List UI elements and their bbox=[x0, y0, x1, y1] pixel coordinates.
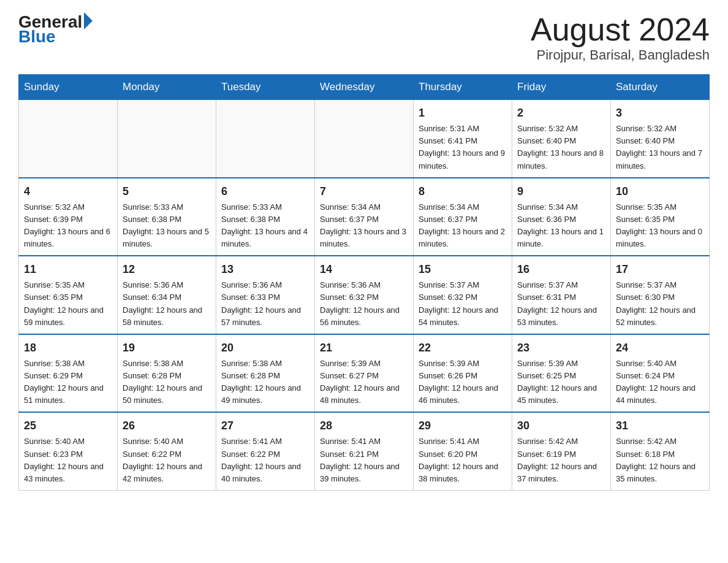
calendar-week-4: 18Sunrise: 5:38 AMSunset: 6:29 PMDayligh… bbox=[19, 334, 710, 413]
day-number: 8 bbox=[419, 183, 507, 200]
day-info: Sunrise: 5:41 AMSunset: 6:22 PMDaylight:… bbox=[221, 435, 309, 485]
calendar-cell: 15Sunrise: 5:37 AMSunset: 6:32 PMDayligh… bbox=[414, 256, 512, 334]
day-info: Sunrise: 5:34 AMSunset: 6:37 PMDaylight:… bbox=[419, 201, 507, 251]
logo-blue: Blue bbox=[18, 27, 56, 47]
calendar-week-2: 4Sunrise: 5:32 AMSunset: 6:39 PMDaylight… bbox=[19, 178, 710, 256]
day-number: 9 bbox=[517, 183, 605, 200]
calendar-cell bbox=[216, 100, 315, 178]
day-number: 25 bbox=[24, 418, 112, 434]
day-number: 7 bbox=[320, 183, 408, 200]
day-info: Sunrise: 5:39 AMSunset: 6:25 PMDaylight:… bbox=[517, 358, 605, 407]
calendar-cell: 24Sunrise: 5:40 AMSunset: 6:24 PMDayligh… bbox=[611, 334, 710, 413]
calendar-header-wednesday: Wednesday bbox=[315, 75, 414, 100]
day-info: Sunrise: 5:32 AMSunset: 6:40 PMDaylight:… bbox=[517, 123, 605, 172]
day-info: Sunrise: 5:38 AMSunset: 6:28 PMDaylight:… bbox=[123, 358, 211, 407]
calendar-table: SundayMondayTuesdayWednesdayThursdayFrid… bbox=[18, 74, 710, 491]
calendar-cell: 5Sunrise: 5:33 AMSunset: 6:38 PMDaylight… bbox=[118, 178, 216, 256]
day-number: 28 bbox=[320, 418, 408, 434]
day-info: Sunrise: 5:37 AMSunset: 6:30 PMDaylight:… bbox=[616, 279, 704, 329]
calendar-cell: 26Sunrise: 5:40 AMSunset: 6:22 PMDayligh… bbox=[118, 412, 216, 490]
day-number: 3 bbox=[616, 105, 704, 121]
calendar-header-monday: Monday bbox=[118, 75, 216, 100]
title-area: August 2024 Pirojpur, Barisal, Banglades… bbox=[531, 12, 710, 63]
calendar-cell: 19Sunrise: 5:38 AMSunset: 6:28 PMDayligh… bbox=[118, 334, 216, 413]
day-info: Sunrise: 5:36 AMSunset: 6:33 PMDaylight:… bbox=[221, 279, 309, 329]
day-info: Sunrise: 5:38 AMSunset: 6:28 PMDaylight:… bbox=[221, 358, 309, 407]
day-info: Sunrise: 5:40 AMSunset: 6:23 PMDaylight:… bbox=[24, 435, 112, 485]
day-info: Sunrise: 5:42 AMSunset: 6:19 PMDaylight:… bbox=[517, 435, 605, 485]
day-number: 26 bbox=[123, 418, 211, 434]
day-number: 29 bbox=[419, 418, 507, 434]
calendar-cell: 17Sunrise: 5:37 AMSunset: 6:30 PMDayligh… bbox=[611, 256, 710, 334]
page-title: August 2024 bbox=[531, 12, 710, 47]
day-number: 22 bbox=[419, 340, 507, 356]
calendar-header-sunday: Sunday bbox=[19, 75, 118, 100]
calendar-week-5: 25Sunrise: 5:40 AMSunset: 6:23 PMDayligh… bbox=[19, 412, 710, 490]
day-number: 6 bbox=[221, 183, 309, 200]
day-number: 31 bbox=[616, 418, 704, 434]
day-info: Sunrise: 5:36 AMSunset: 6:34 PMDaylight:… bbox=[123, 279, 211, 329]
calendar-cell: 3Sunrise: 5:32 AMSunset: 6:40 PMDaylight… bbox=[611, 100, 710, 178]
calendar-week-1: 1Sunrise: 5:31 AMSunset: 6:41 PMDaylight… bbox=[19, 100, 710, 178]
day-number: 18 bbox=[24, 340, 112, 356]
day-number: 24 bbox=[616, 340, 704, 356]
calendar-header-saturday: Saturday bbox=[611, 75, 710, 100]
calendar-cell: 29Sunrise: 5:41 AMSunset: 6:20 PMDayligh… bbox=[414, 412, 512, 490]
logo: General Blue bbox=[18, 12, 93, 47]
page-header: General Blue August 2024 Pirojpur, Baris… bbox=[18, 12, 710, 63]
calendar-header-friday: Friday bbox=[512, 75, 611, 100]
calendar-cell: 9Sunrise: 5:34 AMSunset: 6:36 PMDaylight… bbox=[512, 178, 611, 256]
day-info: Sunrise: 5:39 AMSunset: 6:26 PMDaylight:… bbox=[419, 358, 507, 407]
calendar-cell: 23Sunrise: 5:39 AMSunset: 6:25 PMDayligh… bbox=[512, 334, 611, 413]
calendar-cell: 16Sunrise: 5:37 AMSunset: 6:31 PMDayligh… bbox=[512, 256, 611, 334]
day-info: Sunrise: 5:39 AMSunset: 6:27 PMDaylight:… bbox=[320, 358, 408, 407]
day-number: 20 bbox=[221, 340, 309, 356]
calendar-cell: 18Sunrise: 5:38 AMSunset: 6:29 PMDayligh… bbox=[19, 334, 118, 413]
calendar-cell: 8Sunrise: 5:34 AMSunset: 6:37 PMDaylight… bbox=[414, 178, 512, 256]
day-info: Sunrise: 5:31 AMSunset: 6:41 PMDaylight:… bbox=[419, 123, 507, 172]
day-number: 4 bbox=[24, 183, 112, 200]
day-info: Sunrise: 5:41 AMSunset: 6:20 PMDaylight:… bbox=[419, 435, 507, 485]
day-info: Sunrise: 5:40 AMSunset: 6:24 PMDaylight:… bbox=[616, 358, 704, 407]
calendar-cell: 31Sunrise: 5:42 AMSunset: 6:18 PMDayligh… bbox=[611, 412, 710, 490]
day-info: Sunrise: 5:34 AMSunset: 6:37 PMDaylight:… bbox=[320, 201, 408, 251]
page-subtitle: Pirojpur, Barisal, Bangladesh bbox=[531, 47, 710, 63]
calendar-cell: 22Sunrise: 5:39 AMSunset: 6:26 PMDayligh… bbox=[414, 334, 512, 413]
day-info: Sunrise: 5:40 AMSunset: 6:22 PMDaylight:… bbox=[123, 435, 211, 485]
calendar-week-3: 11Sunrise: 5:35 AMSunset: 6:35 PMDayligh… bbox=[19, 256, 710, 334]
day-number: 5 bbox=[123, 183, 211, 200]
day-number: 16 bbox=[517, 261, 605, 278]
day-info: Sunrise: 5:36 AMSunset: 6:32 PMDaylight:… bbox=[320, 279, 408, 329]
day-info: Sunrise: 5:37 AMSunset: 6:31 PMDaylight:… bbox=[517, 279, 605, 329]
day-number: 11 bbox=[24, 261, 112, 278]
day-info: Sunrise: 5:34 AMSunset: 6:36 PMDaylight:… bbox=[517, 201, 605, 251]
day-number: 21 bbox=[320, 340, 408, 356]
calendar-cell: 10Sunrise: 5:35 AMSunset: 6:35 PMDayligh… bbox=[611, 178, 710, 256]
calendar-cell bbox=[118, 100, 216, 178]
day-number: 1 bbox=[419, 105, 507, 121]
calendar-header-row: SundayMondayTuesdayWednesdayThursdayFrid… bbox=[19, 75, 710, 100]
calendar-cell: 7Sunrise: 5:34 AMSunset: 6:37 PMDaylight… bbox=[315, 178, 414, 256]
day-info: Sunrise: 5:41 AMSunset: 6:21 PMDaylight:… bbox=[320, 435, 408, 485]
day-info: Sunrise: 5:38 AMSunset: 6:29 PMDaylight:… bbox=[24, 358, 112, 407]
day-number: 17 bbox=[616, 261, 704, 278]
calendar-cell: 14Sunrise: 5:36 AMSunset: 6:32 PMDayligh… bbox=[315, 256, 414, 334]
day-info: Sunrise: 5:33 AMSunset: 6:38 PMDaylight:… bbox=[221, 201, 309, 251]
calendar-cell: 6Sunrise: 5:33 AMSunset: 6:38 PMDaylight… bbox=[216, 178, 315, 256]
calendar-header-thursday: Thursday bbox=[414, 75, 512, 100]
calendar-cell: 4Sunrise: 5:32 AMSunset: 6:39 PMDaylight… bbox=[19, 178, 118, 256]
day-info: Sunrise: 5:35 AMSunset: 6:35 PMDaylight:… bbox=[616, 201, 704, 251]
calendar-cell: 25Sunrise: 5:40 AMSunset: 6:23 PMDayligh… bbox=[19, 412, 118, 490]
calendar-cell bbox=[315, 100, 414, 178]
calendar-cell: 2Sunrise: 5:32 AMSunset: 6:40 PMDaylight… bbox=[512, 100, 611, 178]
calendar-cell: 28Sunrise: 5:41 AMSunset: 6:21 PMDayligh… bbox=[315, 412, 414, 490]
day-number: 14 bbox=[320, 261, 408, 278]
calendar-header-tuesday: Tuesday bbox=[216, 75, 315, 100]
day-info: Sunrise: 5:37 AMSunset: 6:32 PMDaylight:… bbox=[419, 279, 507, 329]
day-number: 2 bbox=[517, 105, 605, 121]
day-number: 27 bbox=[221, 418, 309, 434]
day-number: 10 bbox=[616, 183, 704, 200]
day-number: 13 bbox=[221, 261, 309, 278]
calendar-cell: 12Sunrise: 5:36 AMSunset: 6:34 PMDayligh… bbox=[118, 256, 216, 334]
calendar-cell bbox=[19, 100, 118, 178]
